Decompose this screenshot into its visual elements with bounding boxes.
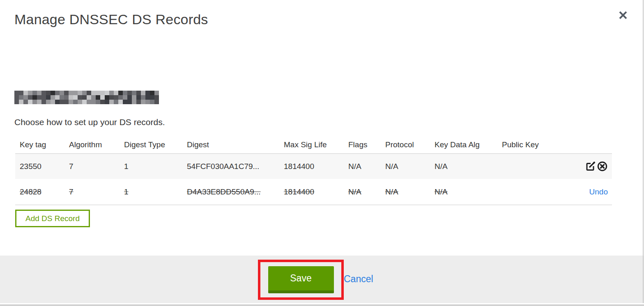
column-header-flags: Flags — [344, 140, 381, 149]
column-header-digest: Digest — [182, 140, 279, 149]
page-title: Manage DNSSEC DS Records — [14, 11, 208, 27]
cell-key-data-alg: N/A — [430, 162, 497, 171]
cell-digest-type: 1 — [120, 162, 182, 171]
edit-icon[interactable] — [584, 161, 596, 172]
table-body: 235507154FCF030AA1C79...1814400N/AN/AN/A… — [15, 154, 612, 205]
add-ds-record-button[interactable]: Add DS Record — [15, 210, 90, 227]
cell-digest: D4A33E8DD550A9... — [182, 187, 279, 196]
cell-flags: N/A — [344, 187, 381, 196]
window-bottom-edge — [0, 304, 644, 306]
cell-max-sig-life: 1814400 — [279, 162, 344, 171]
manage-dnssec-modal: Manage DNSSEC DS Records Choose how to s… — [0, 0, 644, 306]
cell-algorithm: 7 — [64, 187, 120, 196]
undo-link[interactable]: Undo — [589, 187, 608, 196]
cell-max-sig-life: 1814400 — [279, 187, 344, 196]
save-button[interactable]: Save — [268, 266, 334, 293]
cell-protocol: N/A — [381, 162, 430, 171]
column-header-key-data-alg: Key Data Alg — [430, 140, 497, 149]
table-row: 235507154FCF030AA1C79...1814400N/AN/AN/A — [15, 154, 612, 179]
cancel-link[interactable]: Cancel — [344, 274, 373, 285]
cell-key-data-alg: N/A — [430, 187, 497, 196]
cell-digest-type: 1 — [120, 187, 182, 196]
table-header-row: Key tag Algorithm Digest Type Digest Max… — [15, 136, 612, 154]
cell-algorithm: 7 — [64, 162, 120, 171]
ds-records-table: Key tag Algorithm Digest Type Digest Max… — [15, 136, 612, 205]
window-right-edge — [643, 0, 644, 303]
column-header-algorithm: Algorithm — [64, 140, 120, 149]
cell-digest: 54FCF030AA1C79... — [182, 162, 279, 171]
column-header-protocol: Protocol — [381, 140, 430, 149]
cell-key-tag: 23550 — [15, 162, 64, 171]
delete-icon[interactable] — [596, 161, 608, 172]
row-actions — [558, 161, 612, 172]
instruction-text: Choose how to set up your DS records. — [14, 117, 165, 127]
cell-protocol: N/A — [381, 187, 430, 196]
column-header-public-key: Public Key — [497, 140, 558, 149]
cell-flags: N/A — [344, 162, 381, 171]
row-actions: Undo — [558, 187, 612, 196]
column-header-digest-type: Digest Type — [120, 140, 182, 149]
column-header-max-sig-life: Max Sig Life — [279, 140, 344, 149]
table-row: 2482871D4A33E8DD550A9...1814400N/AN/AN/A… — [15, 179, 612, 205]
modal-footer: Save Cancel — [0, 256, 644, 303]
redacted-domain-name — [14, 91, 159, 104]
red-annotation-rectangle: Save — [258, 260, 344, 300]
column-header-key-tag: Key tag — [15, 140, 64, 149]
close-icon[interactable] — [617, 9, 629, 21]
cell-key-tag: 24828 — [15, 187, 64, 196]
